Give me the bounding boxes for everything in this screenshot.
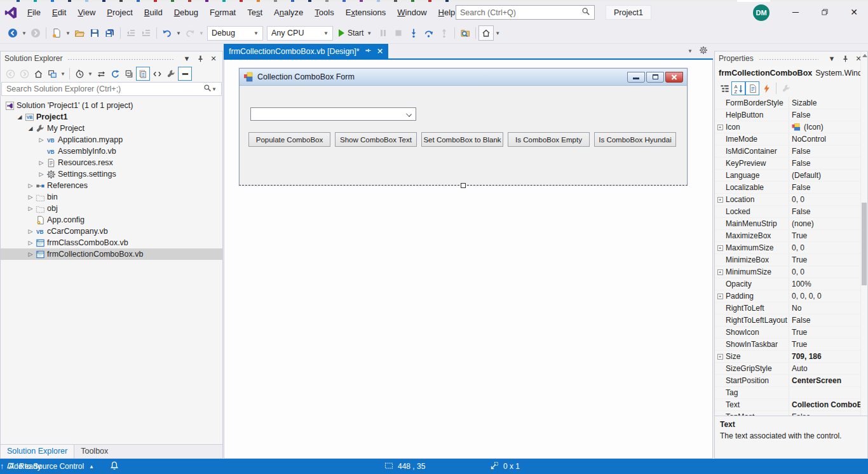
tree-item[interactable]: ▷Settings.settings [1, 168, 222, 180]
property-value[interactable]: NoControl [789, 133, 867, 145]
chevron-up-icon[interactable]: ▲ [89, 464, 94, 470]
resize-handle[interactable] [461, 183, 466, 188]
nav-forward-button[interactable] [28, 25, 43, 41]
form-close-button[interactable] [665, 72, 683, 83]
property-row[interactable]: HelpButtonFalse [715, 109, 867, 121]
chevron-down-icon[interactable]: ▼ [212, 86, 217, 92]
browser-home-button[interactable] [478, 25, 494, 41]
tree-expander-icon[interactable]: ◢ [26, 125, 35, 132]
property-expander-icon[interactable]: + [715, 269, 725, 275]
property-value[interactable]: Collection ComboB [789, 399, 867, 410]
step-into-button[interactable] [406, 25, 421, 41]
tree-expander-icon[interactable]: ▷ [26, 194, 35, 200]
close-icon[interactable]: ✕ [377, 46, 383, 56]
scrollbar-thumb[interactable] [862, 203, 867, 285]
save-button[interactable] [87, 25, 102, 41]
property-row[interactable]: +MaximumSize0, 0 [715, 242, 867, 254]
property-row[interactable]: ImeModeNoControl [715, 133, 867, 146]
property-row[interactable]: LocalizableFalse [715, 182, 867, 194]
close-button[interactable]: ✕ [840, 2, 868, 22]
tab-list-chevron-icon[interactable]: ▼ [688, 48, 693, 54]
tree-item[interactable]: ▷obj [1, 203, 222, 214]
property-row[interactable]: TextCollection ComboB [715, 399, 867, 411]
property-row[interactable]: +MinimumSize0, 0 [715, 266, 867, 278]
nav-forward-circle-button[interactable] [17, 67, 31, 81]
property-row[interactable]: MaximizeBoxTrue [715, 230, 867, 242]
tree-expander-icon[interactable]: ▷ [37, 159, 46, 166]
property-row[interactable]: LockedFalse [715, 206, 867, 218]
property-value[interactable]: 0, 0 [789, 242, 867, 254]
designer-canvas[interactable]: Collection ComboBox Form Populate ComboB… [224, 60, 712, 458]
form-button[interactable]: Is ComboBox Hyundai [594, 132, 676, 147]
property-value[interactable]: (Icon) [789, 121, 867, 133]
tree-expander-icon[interactable]: ▷ [37, 137, 46, 143]
property-expander-icon[interactable]: + [715, 354, 725, 360]
designer-form[interactable]: Collection ComboBox Form Populate ComboB… [239, 68, 688, 186]
tree-expander-icon[interactable]: ▷ [37, 171, 46, 177]
bell-icon[interactable] [109, 461, 119, 473]
property-row[interactable]: Language(Default) [715, 170, 867, 182]
property-value[interactable]: 0, 0 [789, 266, 867, 278]
chevron-down-icon[interactable]: ▼ [198, 25, 205, 41]
menu-edit[interactable]: Edit [46, 5, 72, 20]
property-value[interactable]: False [789, 411, 867, 416]
object-selector-combo[interactable]: frmCollectionComboBox System.Windo ▼ [715, 65, 867, 80]
tree-item[interactable]: ▷bin [1, 191, 222, 203]
drag-grip[interactable] [759, 57, 818, 60]
property-pages-button[interactable] [779, 81, 793, 95]
stop-button[interactable] [391, 25, 406, 41]
switch-views-button[interactable] [45, 67, 59, 81]
step-over-button[interactable] [421, 25, 437, 41]
property-expander-icon[interactable]: + [715, 245, 725, 251]
tree-expander-icon[interactable]: ▷ [26, 205, 35, 212]
events-button[interactable] [759, 81, 773, 95]
property-row[interactable]: StartPositionCenterScreen [715, 375, 867, 387]
property-value[interactable]: True [789, 254, 867, 266]
property-value[interactable]: Sizable [789, 97, 867, 109]
pin-icon[interactable] [840, 55, 850, 63]
nav-back-circle-button[interactable] [3, 67, 17, 81]
home-button[interactable] [31, 67, 45, 81]
platform-combo[interactable]: Any CPU▼ [267, 26, 333, 41]
pending-changes-button[interactable] [72, 67, 86, 81]
designer-form-titlebar[interactable]: Collection ComboBox Form [240, 69, 687, 86]
property-value[interactable]: False [789, 109, 867, 121]
tree-expander-icon[interactable]: ▷ [26, 182, 35, 189]
solution-explorer-search-input[interactable]: Search Solution Explorer (Ctrl+;) ▼ [1, 82, 222, 96]
alphabetical-button[interactable]: AZ [731, 81, 745, 95]
property-row[interactable]: Tag [715, 387, 867, 399]
gear-icon[interactable] [699, 46, 708, 57]
scroll-up-arrow[interactable] [862, 54, 867, 57]
menu-file[interactable]: File [22, 5, 46, 20]
property-value[interactable]: False [789, 158, 867, 169]
new-project-button[interactable] [49, 25, 64, 41]
tree-item[interactable]: ▷References [1, 180, 222, 191]
tree-item[interactable]: ◢My Project [1, 123, 222, 134]
minimize-button[interactable]: ─ [782, 2, 810, 22]
tree-expander-icon[interactable]: ▷ [26, 251, 35, 257]
refresh-button[interactable] [108, 67, 122, 81]
step-out-button[interactable] [437, 25, 452, 41]
property-expander-icon[interactable]: + [715, 125, 725, 130]
property-row[interactable]: TopMostFalse [715, 411, 867, 416]
tool-tab-toolbox[interactable]: Toolbox [74, 445, 114, 458]
account-avatar[interactable]: DM [753, 4, 770, 21]
property-value[interactable]: CenterScreen [789, 375, 867, 386]
preview-items-button[interactable] [178, 67, 192, 81]
menu-build[interactable]: Build [139, 5, 168, 20]
pin-icon[interactable] [365, 47, 372, 56]
save-all-button[interactable] [102, 25, 118, 41]
property-row[interactable]: SizeGripStyleAuto [715, 363, 867, 375]
menu-extensions[interactable]: Extensions [340, 5, 392, 20]
tree-expander-icon[interactable]: ▷ [26, 228, 35, 234]
property-row[interactable]: Opacity100% [715, 278, 867, 290]
document-tab[interactable]: frmCollectionComboBox.vb [Design]* ✕ [224, 44, 388, 58]
properties-scrollbar[interactable] [860, 51, 867, 458]
properties-view-button[interactable] [745, 81, 759, 95]
menu-window[interactable]: Window [391, 5, 432, 20]
chevron-down-icon[interactable]: ▼ [494, 25, 501, 41]
show-all-files-button[interactable] [136, 67, 150, 81]
tree-item[interactable]: App.config [1, 214, 222, 226]
property-value[interactable]: False [789, 146, 867, 157]
find-in-files-button[interactable] [458, 25, 473, 41]
